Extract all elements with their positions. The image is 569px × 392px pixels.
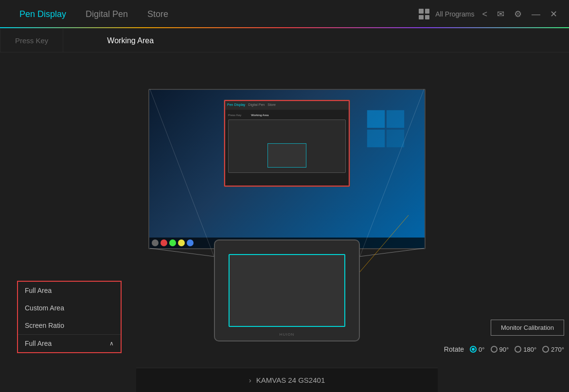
inner-app-window: Pen Display Digital Pen Store Press Key …: [224, 100, 350, 187]
minimize-button[interactable]: —: [530, 7, 542, 21]
main-content: Full Area Custom Area Screen Ratio Full …: [0, 52, 569, 392]
inner-labels: Press Key Working Area: [228, 114, 346, 117]
inner-tab-1: Digital Pen: [248, 103, 265, 106]
section-title: Working Area: [92, 36, 168, 45]
inner-tablet-preview: [267, 143, 306, 168]
inner-display-area: [228, 119, 346, 173]
rotate-270-label: 270°: [551, 346, 564, 353]
svg-rect-0: [367, 110, 385, 127]
rotate-0-dot: [472, 348, 475, 351]
rotate-270-radio[interactable]: [542, 346, 549, 353]
tablet-device: HUION: [214, 239, 360, 341]
inner-app-body: Press Key Working Area: [224, 110, 350, 177]
rotate-0-label: 0°: [479, 346, 484, 353]
mail-button[interactable]: ✉: [495, 7, 506, 21]
rotate-180-radio[interactable]: [515, 346, 521, 353]
rotate-180-option[interactable]: 180°: [515, 346, 536, 353]
center-viz: Pen Display Digital Pen Store Press Key …: [136, 52, 438, 392]
svg-line-4: [150, 248, 214, 256]
svg-rect-1: [387, 110, 404, 127]
inner-tab-2: Store: [267, 103, 276, 106]
tablet-active-area: [229, 254, 345, 327]
monitor-display: Pen Display Digital Pen Store Press Key …: [148, 89, 426, 249]
rotate-180-label: 180°: [523, 346, 536, 353]
tab-store[interactable]: Store: [138, 0, 178, 28]
tablet-brand-label: HUION: [280, 332, 295, 337]
rotate-90-option[interactable]: 90°: [491, 346, 509, 353]
rotate-90-radio[interactable]: [491, 346, 498, 353]
nav-back-button[interactable]: <: [480, 7, 489, 21]
rotate-90-label: 90°: [499, 346, 509, 353]
inner-tab-active: Pen Display: [227, 103, 245, 106]
all-programs-label[interactable]: All Programs: [435, 10, 474, 18]
apps-grid-icon[interactable]: [419, 9, 429, 19]
monitor-screen: Pen Display Digital Pen Store Press Key …: [149, 90, 425, 248]
rotate-row: Rotate 0° 90° 180° 270°: [444, 345, 564, 353]
left-panel: Full Area Custom Area Screen Ratio Full …: [0, 52, 136, 392]
settings-button[interactable]: ⚙: [512, 7, 524, 21]
monitor-calibration-button[interactable]: Monitor Calibration: [491, 320, 564, 336]
taskbar-icon-2: [160, 239, 167, 246]
taskbar-icon-3: [169, 239, 176, 246]
chevron-up-icon: ∧: [109, 340, 114, 347]
svg-rect-3: [387, 129, 404, 147]
rotate-label: Rotate: [444, 345, 464, 353]
device-name-row: › KAMVAS 24 GS2401: [249, 376, 325, 384]
svg-line-5: [360, 248, 424, 256]
svg-rect-2: [367, 129, 385, 147]
area-option-full[interactable]: Full Area: [18, 282, 121, 299]
rotate-0-option[interactable]: 0°: [470, 346, 484, 353]
inner-press-key: Press Key: [228, 114, 241, 117]
tab-digital-pen[interactable]: Digital Pen: [76, 0, 138, 28]
windows-logo-icon: [366, 109, 405, 148]
chevron-right-icon: ›: [249, 376, 251, 384]
close-button[interactable]: ✕: [548, 7, 559, 21]
area-option-ratio[interactable]: Screen Ratio: [18, 317, 121, 334]
device-name: KAMVAS 24 GS2401: [256, 376, 325, 384]
right-panel: Monitor Calibration Rotate 0° 90° 180° 2…: [438, 52, 569, 392]
tab-pen-display[interactable]: Pen Display: [10, 0, 76, 28]
viz-container: Pen Display Digital Pen Store Press Key …: [136, 89, 438, 346]
taskbar-icon-4: [178, 239, 185, 246]
rotate-0-radio[interactable]: [470, 346, 477, 353]
inner-working-area: Working Area: [251, 114, 268, 117]
inner-app-header: Pen Display Digital Pen Store: [224, 100, 350, 110]
sub-nav-press-key[interactable]: Press Key: [0, 29, 63, 52]
sub-nav: Press Key Working Area: [0, 29, 569, 52]
taskbar-icon-5: [187, 239, 194, 246]
rotate-270-option[interactable]: 270°: [542, 346, 564, 353]
top-bar-right: All Programs < ✉ ⚙ — ✕: [419, 7, 559, 21]
taskbar-icon-1: [152, 239, 159, 246]
area-option-custom[interactable]: Custom Area: [18, 299, 121, 317]
top-bar: Pen Display Digital Pen Store All Progra…: [0, 0, 569, 29]
area-dropdown: Full Area Custom Area Screen Ratio Full …: [17, 281, 122, 353]
area-selected[interactable]: Full Area ∧: [18, 334, 121, 352]
bottom-bar: › KAMVAS 24 GS2401: [136, 368, 438, 392]
